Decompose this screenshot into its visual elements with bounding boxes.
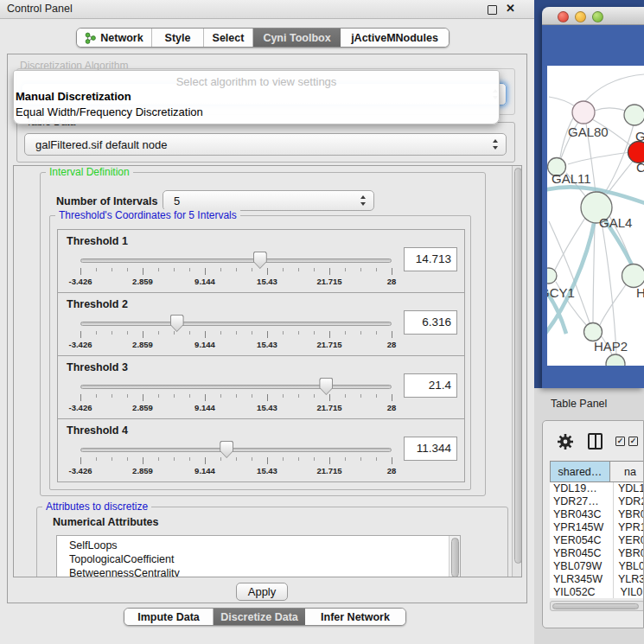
slider-thumb[interactable]: [170, 315, 184, 332]
close-icon[interactable]: ✕: [506, 2, 515, 15]
split-columns-icon[interactable]: [588, 433, 603, 450]
slider-scale-label: 2.859: [124, 466, 162, 475]
list-item[interactable]: SelfLoops: [57, 539, 460, 552]
tab-cyni-toolbox[interactable]: Cyni Toolbox: [253, 29, 341, 47]
minimize-traffic-light-icon[interactable]: [575, 11, 586, 22]
slider-scale-label: 9.144: [186, 340, 224, 349]
table-row[interactable]: YBR045CYBR0: [550, 547, 644, 560]
stepper-icon: [493, 139, 499, 150]
table-row[interactable]: YIL052CYIL0: [550, 586, 644, 598]
tick-mark: [298, 457, 299, 461]
slider-thumb[interactable]: [319, 378, 333, 395]
tab-impute-data[interactable]: Impute Data: [124, 609, 214, 625]
tick-mark: [314, 394, 315, 398]
threshold-value-field[interactable]: 14.713: [404, 247, 457, 271]
tick-mark: [143, 457, 143, 464]
tab-infer-network[interactable]: Infer Network: [305, 609, 405, 625]
cell: YDL1: [606, 482, 644, 495]
number-of-intervals-combobox[interactable]: 5: [163, 190, 374, 211]
slider-scale: -3.4262.8599.14415.4321.71528: [58, 403, 466, 414]
table-data-combobox[interactable]: galFiltered.sif default node: [24, 133, 507, 156]
tick-mark: [143, 268, 143, 275]
cell: YBR043C: [550, 508, 606, 521]
slider-scale-label: 15.43: [248, 340, 286, 349]
tab-jactivemnodules[interactable]: jActiveMNodules: [341, 29, 449, 47]
threshold-value-field[interactable]: 21.4: [404, 373, 457, 398]
attributes-group-label: Attributes to discretize: [42, 501, 151, 513]
dropdown-option-manual[interactable]: Manual Discretization: [16, 90, 131, 103]
table-row[interactable]: YLR345WYLR3: [550, 573, 644, 586]
node-h[interactable]: [622, 265, 644, 288]
float-window-icon[interactable]: [488, 5, 497, 15]
tick-mark: [143, 394, 143, 401]
tick-mark: [329, 268, 330, 275]
table-row[interactable]: YDR27…YDR2: [550, 495, 644, 508]
tick-mark: [220, 457, 221, 461]
list-scrollbar[interactable]: [449, 536, 460, 577]
node-right-top[interactable]: [624, 105, 644, 125]
slider-track[interactable]: [80, 385, 392, 389]
tab-select[interactable]: Select: [204, 29, 253, 47]
table-row[interactable]: YPR145WYPR1: [550, 521, 644, 534]
cell: YBR0: [606, 547, 644, 560]
slider-thumb[interactable]: [253, 252, 267, 269]
threshold-label: Threshold 2: [67, 298, 128, 310]
bottom-tabstrip: Impute Data Discretize Data Infer Networ…: [124, 608, 406, 626]
slider-track[interactable]: [80, 322, 392, 326]
viewport-scrollbar[interactable]: [512, 166, 522, 577]
numerical-attributes-label: Numerical Attributes: [53, 516, 158, 528]
node-gcy1[interactable]: [547, 268, 557, 284]
list-item[interactable]: BetweennessCentrality: [57, 566, 460, 577]
cell: YBR045C: [550, 547, 606, 560]
dropdown-option-equal-width[interactable]: Equal Width/Frequency Discretization: [16, 105, 203, 118]
tick-mark: [127, 394, 128, 398]
node-gal80[interactable]: [572, 101, 595, 124]
tick-mark: [80, 457, 81, 464]
tab-label: jActiveMNodules: [351, 32, 438, 44]
network-canvas[interactable]: GAL80 GA C GAL11 GAL4 GCY1 H HAP2: [547, 66, 644, 366]
tick-mark: [314, 331, 315, 335]
tab-network[interactable]: Network: [77, 29, 152, 47]
tick-mark: [174, 394, 175, 398]
scrollbar-thumb[interactable]: [451, 538, 459, 577]
slider-track[interactable]: [80, 258, 392, 263]
scrollbar-thumb[interactable]: [552, 603, 639, 609]
tab-discretize-data[interactable]: Discretize Data: [214, 609, 305, 625]
numerical-attributes-list: SelfLoops TopologicalCoefficient Between…: [56, 535, 461, 577]
cell: YLR3: [606, 573, 644, 586]
table-row[interactable]: YBR043CYBR0: [550, 508, 644, 521]
attributes-group: Attributes to discretize Numerical Attri…: [36, 507, 508, 577]
column-header-shared[interactable]: shared…: [550, 461, 610, 482]
table-row[interactable]: YER054CYER0: [550, 534, 644, 547]
gear-icon[interactable]: [557, 433, 574, 450]
node-label-c: C: [636, 160, 644, 175]
tab-style[interactable]: Style: [152, 29, 204, 47]
column-header-name[interactable]: na: [610, 461, 644, 482]
node-bottom[interactable]: [606, 354, 625, 366]
table-row[interactable]: YBL079WYBL0: [550, 560, 644, 573]
stepper-icon: [360, 195, 367, 206]
slider-thumb[interactable]: [220, 441, 233, 458]
slider-ticks: [80, 394, 392, 402]
tab-label: Infer Network: [321, 611, 390, 623]
slider-scale-label: 2.859: [124, 403, 162, 412]
threshold-value-field[interactable]: 6.316: [404, 310, 457, 335]
tick-mark: [96, 457, 97, 461]
checkbox-icon[interactable]: ✓: [628, 437, 638, 446]
slider-scale-label: 9.144: [186, 403, 224, 412]
slider-scale-label: 28: [373, 340, 411, 349]
slider-scale: -3.4262.8599.14415.4321.71528: [58, 466, 466, 477]
node-label-gal4: GAL4: [599, 215, 632, 230]
slider-track[interactable]: [80, 448, 392, 452]
close-traffic-light-icon[interactable]: [558, 11, 569, 22]
tick-mark: [127, 457, 128, 461]
table-horizontal-scrollbar[interactable]: [550, 601, 644, 611]
apply-button[interactable]: Apply: [236, 583, 288, 601]
table-row[interactable]: YDL19…YDL1: [550, 482, 644, 495]
tick-mark: [112, 394, 112, 398]
threshold-value-field[interactable]: 11.344: [404, 437, 457, 461]
checkbox-icon[interactable]: ✓: [615, 437, 625, 446]
zoom-traffic-light-icon[interactable]: [592, 11, 603, 22]
list-item[interactable]: TopologicalCoefficient: [57, 552, 460, 566]
scrollbar-thumb[interactable]: [514, 168, 522, 564]
